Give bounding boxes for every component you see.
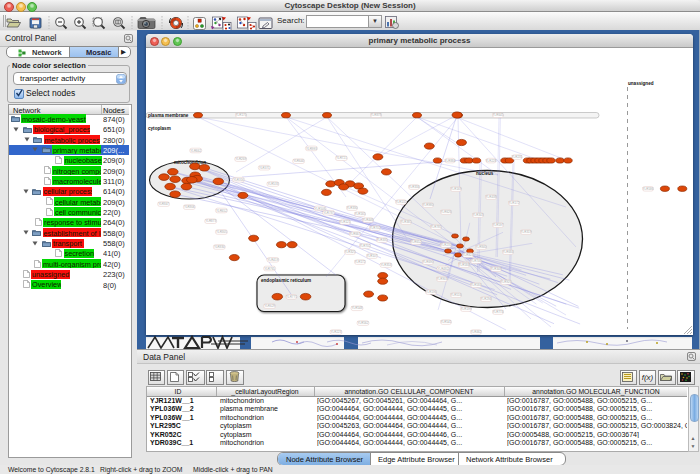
svg-text:YLR640: YLR640: [293, 159, 304, 163]
svg-text:YLR228: YLR228: [486, 159, 497, 163]
svg-text:YLR702: YLR702: [370, 226, 381, 230]
svg-text:YLR824: YLR824: [463, 253, 474, 257]
svg-text:YLR873: YLR873: [205, 219, 216, 223]
svg-text:YLR462: YLR462: [471, 330, 482, 334]
svg-text:YLR353: YLR353: [381, 263, 392, 267]
svg-text:YLR330: YLR330: [347, 206, 358, 210]
svg-text:YLR516: YLR516: [451, 293, 462, 297]
svg-text:YLR645: YLR645: [493, 113, 504, 117]
svg-text:YLR533: YLR533: [267, 182, 278, 186]
svg-text:YLR438: YLR438: [486, 195, 497, 199]
svg-text:YLR662: YLR662: [190, 149, 201, 153]
svg-text:mitochondrion: mitochondrion: [174, 160, 206, 165]
svg-text:YLR172: YLR172: [355, 260, 366, 264]
svg-text:YLR847: YLR847: [158, 202, 169, 206]
svg-text:YLR325: YLR325: [345, 250, 356, 254]
svg-text:YLR785: YLR785: [431, 225, 442, 229]
svg-text:YLR541: YLR541: [441, 320, 452, 324]
svg-text:YLR652: YLR652: [411, 240, 422, 244]
svg-text:YLR348: YLR348: [491, 267, 502, 271]
svg-text:YLR584: YLR584: [471, 283, 482, 287]
svg-text:YLR385: YLR385: [401, 220, 412, 224]
svg-text:YLR121: YLR121: [340, 220, 351, 224]
svg-text:YLR172: YLR172: [509, 201, 520, 205]
svg-text:YLR584: YLR584: [459, 263, 470, 267]
svg-text:YLR196: YLR196: [426, 290, 437, 294]
svg-text:YLR231: YLR231: [512, 155, 523, 159]
svg-text:YLR165: YLR165: [355, 212, 366, 216]
svg-text:YLR840: YLR840: [476, 245, 487, 249]
svg-text:YLR765: YLR765: [264, 267, 275, 271]
svg-text:YLR903: YLR903: [437, 277, 448, 281]
svg-text:YLR235: YLR235: [441, 243, 452, 247]
svg-text:YLR419: YLR419: [267, 258, 278, 262]
svg-text:endoplasmic reticulum: endoplasmic reticulum: [261, 278, 311, 283]
svg-text:YLR446: YLR446: [363, 218, 374, 222]
svg-text:YLR223: YLR223: [331, 330, 342, 334]
svg-text:plasma membrane: plasma membrane: [148, 113, 189, 118]
svg-text:YLR107: YLR107: [367, 254, 378, 258]
svg-text:unassigned: unassigned: [628, 81, 654, 86]
svg-text:YLR878: YLR878: [371, 113, 382, 117]
svg-text:YLR199: YLR199: [461, 307, 472, 311]
svg-text:YLR721: YLR721: [336, 156, 347, 160]
svg-text:YLR993: YLR993: [306, 147, 317, 151]
svg-text:YLR830: YLR830: [214, 245, 225, 249]
svg-text:YLR343: YLR343: [473, 213, 484, 217]
svg-text:YLR169: YLR169: [451, 187, 462, 191]
svg-text:YLR629: YLR629: [264, 304, 275, 308]
svg-text:YLR334: YLR334: [409, 185, 420, 189]
svg-text:YLR667: YLR667: [350, 232, 361, 236]
svg-text:YLR597: YLR597: [493, 223, 504, 227]
svg-text:YLR702: YLR702: [360, 244, 371, 248]
svg-text:YLR926: YLR926: [501, 280, 512, 284]
svg-text:YLR269: YLR269: [235, 157, 246, 161]
svg-text:YLR132: YLR132: [396, 200, 407, 204]
svg-text:YLR319: YLR319: [521, 230, 532, 234]
svg-text:YLR482: YLR482: [437, 267, 448, 271]
svg-text:YLR884: YLR884: [445, 159, 456, 163]
svg-text:YLR684: YLR684: [503, 250, 514, 254]
svg-text:YLR305: YLR305: [216, 230, 227, 234]
svg-text:YLR787: YLR787: [323, 211, 334, 215]
svg-text:YLR548: YLR548: [352, 306, 363, 310]
svg-text:YLR806: YLR806: [184, 205, 195, 209]
svg-text:YLR775: YLR775: [286, 295, 297, 299]
svg-text:YLR652: YLR652: [216, 209, 227, 213]
svg-text:cytoplasm: cytoplasm: [148, 126, 171, 131]
svg-text:YLR586: YLR586: [643, 187, 654, 191]
svg-text:YLR690: YLR690: [423, 260, 434, 264]
svg-text:YLR774: YLR774: [493, 310, 504, 314]
svg-text:YLR980: YLR980: [423, 203, 434, 207]
svg-text:YLR316: YLR316: [233, 178, 244, 182]
svg-text:YLR626: YLR626: [441, 210, 452, 214]
svg-text:YLR746: YLR746: [471, 259, 482, 263]
svg-text:YLR562: YLR562: [358, 321, 369, 325]
svg-text:YLR294: YLR294: [481, 297, 492, 301]
svg-text:YLR170: YLR170: [236, 113, 247, 117]
svg-text:YLR371: YLR371: [259, 166, 270, 170]
svg-text:YLR335: YLR335: [377, 238, 388, 242]
